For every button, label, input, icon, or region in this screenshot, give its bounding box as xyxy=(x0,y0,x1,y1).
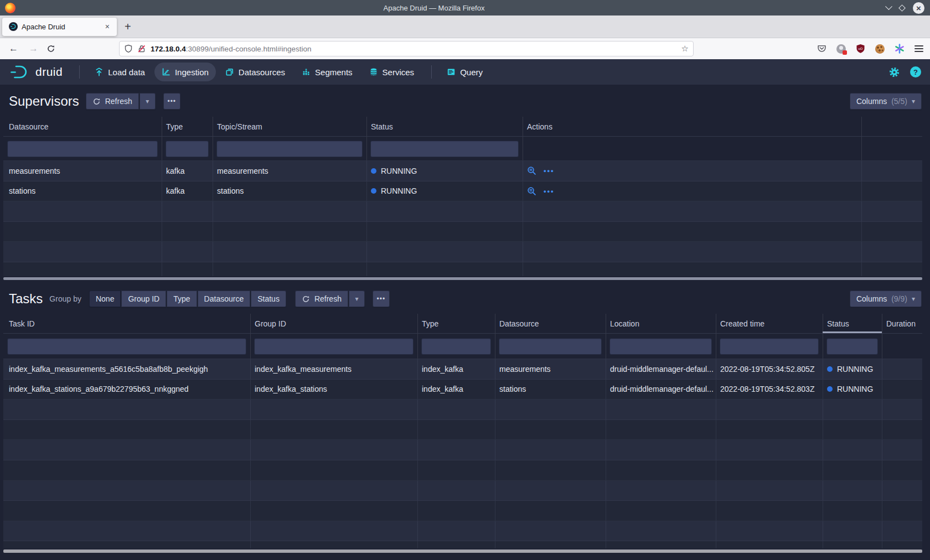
column-header[interactable]: Task ID xyxy=(3,314,250,333)
group-by-button-group: None Group ID Type Datasource Status xyxy=(89,291,286,307)
druid-brand-name: druid xyxy=(35,65,63,79)
shield-icon[interactable] xyxy=(124,44,133,53)
empty-cell xyxy=(861,242,922,262)
column-header[interactable]: Group ID xyxy=(250,314,417,333)
empty-cell xyxy=(823,541,882,548)
task-row[interactable]: index_kafka_stations_a9a679b22795b63_nnk… xyxy=(3,380,922,400)
reload-icon[interactable] xyxy=(46,38,55,59)
tasks-refresh-caret-button[interactable]: ▾ xyxy=(349,291,365,307)
column-header[interactable]: Datasource xyxy=(3,117,162,136)
filter-topic-input[interactable] xyxy=(216,141,363,157)
group-by-type-button[interactable]: Type xyxy=(167,291,197,307)
multicolor-asterisk-icon[interactable] xyxy=(895,44,905,54)
group-by-group-id-button[interactable]: Group ID xyxy=(121,291,166,307)
row-more-icon[interactable]: ••• xyxy=(544,187,555,195)
empty-cell xyxy=(417,400,495,419)
empty-cell xyxy=(495,440,606,460)
nav-item-load-data[interactable]: Load data xyxy=(87,63,152,81)
task-row[interactable]: index_kafka_measurements_a5616c5ba8afb8b… xyxy=(3,359,922,380)
query-console-icon xyxy=(447,68,456,76)
supervisors-horizontal-scrollbar[interactable] xyxy=(3,277,922,280)
browser-tab[interactable]: Apache Druid × xyxy=(2,18,117,36)
column-header[interactable]: Type xyxy=(162,117,213,136)
close-window-button[interactable]: × xyxy=(913,2,924,14)
navbar-divider xyxy=(79,65,80,79)
filter-datasource-input[interactable] xyxy=(7,141,158,157)
tab-close-icon[interactable]: × xyxy=(102,22,112,31)
empty-cell xyxy=(213,242,366,262)
column-header[interactable]: Duration xyxy=(882,314,922,333)
filter-location-input[interactable] xyxy=(609,338,712,355)
column-header[interactable]: Actions xyxy=(523,117,861,136)
empty-cell xyxy=(606,400,716,419)
group-by-status-button[interactable]: Status xyxy=(251,291,286,307)
empty-cell xyxy=(823,400,882,419)
settings-gear-icon[interactable] xyxy=(888,66,900,78)
druid-brand[interactable]: druid xyxy=(9,64,63,80)
url-text[interactable]: 172.18.0.4:30899/unified-console.html#in… xyxy=(151,45,678,53)
minimize-icon[interactable] xyxy=(885,3,892,10)
filter-type-input[interactable] xyxy=(166,141,209,157)
new-tab-button[interactable]: + xyxy=(125,20,131,33)
nav-item-services[interactable]: Services xyxy=(362,63,422,81)
forward-icon[interactable]: → xyxy=(29,38,38,59)
created-time-cell: 2022-08-19T05:34:52.803Z xyxy=(716,380,823,400)
column-header[interactable]: Topic/Stream xyxy=(213,117,366,136)
insecure-lock-icon[interactable] xyxy=(137,44,146,53)
supervisors-more-button[interactable]: ••• xyxy=(163,93,180,110)
magnify-details-icon[interactable] xyxy=(527,166,536,175)
row-more-icon[interactable]: ••• xyxy=(544,167,555,175)
tasks-columns-button[interactable]: Columns (9/9) ▾ xyxy=(850,291,922,307)
supervisors-refresh-caret-button[interactable]: ▾ xyxy=(140,93,156,110)
help-icon[interactable]: ? xyxy=(910,66,921,77)
filter-task-id-input[interactable] xyxy=(7,338,246,355)
url-bar[interactable]: 172.18.0.4:30899/unified-console.html#in… xyxy=(119,41,694,56)
extension-disabled-icon[interactable] xyxy=(836,44,846,54)
group-by-datasource-button[interactable]: Datasource xyxy=(198,291,251,307)
filter-cell-empty xyxy=(882,334,922,359)
column-header[interactable]: Datasource xyxy=(495,314,606,333)
back-icon[interactable]: ← xyxy=(9,38,18,59)
tasks-refresh-button[interactable]: Refresh xyxy=(295,291,348,307)
supervisor-row[interactable]: stations kafka stations RUNNING ••• xyxy=(3,182,922,202)
nav-item-query[interactable]: Query xyxy=(440,63,490,81)
datasource-cell: measurements xyxy=(495,359,606,379)
magnify-details-icon[interactable] xyxy=(527,186,536,196)
empty-cell xyxy=(523,262,861,276)
column-header-sorted[interactable]: Status xyxy=(823,314,882,333)
filter-status-input[interactable] xyxy=(826,338,878,355)
caret-down-icon: ▾ xyxy=(912,97,915,105)
bookmark-star-icon[interactable]: ☆ xyxy=(681,44,689,54)
pocket-icon[interactable] xyxy=(817,44,826,53)
empty-cell xyxy=(606,541,716,548)
filter-status-input[interactable] xyxy=(370,141,519,157)
cookie-icon[interactable] xyxy=(875,44,885,54)
nav-item-ingestion[interactable]: Ingestion xyxy=(154,63,216,81)
empty-cell xyxy=(417,420,495,440)
group-by-none-button[interactable]: None xyxy=(89,291,121,307)
menu-icon[interactable] xyxy=(914,45,923,52)
supervisors-columns-button[interactable]: Columns (5/5) ▾ xyxy=(850,93,922,110)
filter-type-input[interactable] xyxy=(421,338,491,355)
nav-item-datasources[interactable]: Datasources xyxy=(218,63,292,81)
column-header[interactable]: Created time xyxy=(716,314,823,333)
tasks-horizontal-scrollbar[interactable] xyxy=(3,549,922,553)
column-header[interactable]: Status xyxy=(366,117,523,136)
nav-item-segments[interactable]: Segments xyxy=(294,63,360,81)
status-cell: RUNNING xyxy=(823,380,882,400)
tasks-more-button[interactable]: ••• xyxy=(373,291,390,307)
filter-datasource-input[interactable] xyxy=(499,338,602,355)
supervisors-refresh-button[interactable]: Refresh xyxy=(86,93,139,110)
supervisor-row[interactable]: measurements kafka measurements RUNNING … xyxy=(3,161,922,182)
location-cell: druid-middlemanager-defaul... xyxy=(606,359,716,379)
filter-created-time-input[interactable] xyxy=(720,338,819,355)
column-header[interactable]: Location xyxy=(606,314,716,333)
maximize-icon[interactable] xyxy=(898,4,906,12)
tasks-table: Task ID Group ID Type Datasource Locatio… xyxy=(3,314,922,548)
filter-group-id-input[interactable] xyxy=(254,338,414,355)
empty-cell xyxy=(3,262,162,276)
column-header[interactable]: Type xyxy=(417,314,495,333)
empty-cell xyxy=(606,521,716,541)
ublock-icon[interactable]: uO xyxy=(856,44,865,54)
empty-cell xyxy=(716,460,823,480)
